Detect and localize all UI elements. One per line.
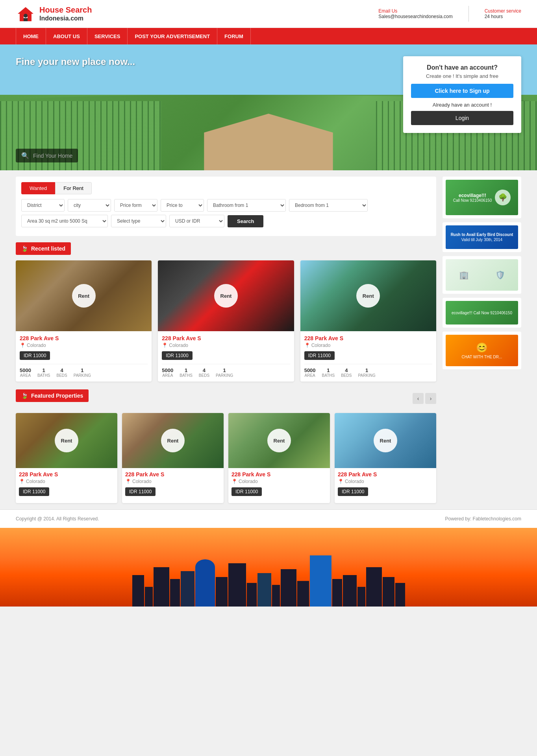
login-button[interactable]: Login — [411, 111, 513, 125]
svg-point-2 — [24, 14, 28, 18]
building — [383, 577, 394, 607]
recent-header: 🍃 Recent listed — [16, 242, 71, 255]
recent-title: Recent listed — [31, 245, 65, 252]
next-arrow[interactable]: › — [425, 393, 436, 404]
card-address: 228 Park Ave S — [231, 471, 327, 478]
hero-house — [188, 107, 349, 170]
card-address: 228 Park Ave S — [162, 335, 290, 341]
price-to-select[interactable]: Price to — [161, 199, 204, 212]
property-card: Rent 228 Park Ave S 📍 Colorado IDR 11000… — [300, 260, 436, 382]
card-image: Rent — [158, 260, 294, 331]
city-select[interactable]: city — [68, 199, 111, 212]
card-location: 📍 Colorado — [162, 343, 290, 348]
featured-card: Rent 228 Park Ave S 📍 Colorado IDR 11000 — [122, 413, 224, 503]
district-select[interactable]: District — [21, 199, 65, 212]
logo-house-search: House Search — [39, 5, 92, 15]
email-label: Email Us — [378, 8, 452, 14]
sidebar-ad-4[interactable]: ecovillage!!! Call Now 9210406150 — [443, 298, 521, 328]
rent-badge: Rent — [72, 284, 96, 308]
stat-beds: 4 BEDS — [57, 367, 67, 378]
featured-card: Rent 228 Park Ave S 📍 Colorado IDR 11000 — [228, 413, 330, 503]
card-image: Rent — [16, 260, 152, 331]
building — [154, 567, 169, 607]
rent-badge: Rent — [356, 284, 380, 308]
header-contact: Email Us Sales@housesearchindonesia.com … — [378, 6, 521, 22]
property-card: Rent 228 Park Ave S 📍 Colorado IDR 11000… — [16, 260, 152, 382]
featured-card-body: 228 Park Ave S 📍 Colorado IDR 11000 — [16, 468, 117, 503]
card-location: 📍 Colorado — [231, 479, 327, 484]
featured-header: 🍃 Featured Properties — [16, 389, 89, 402]
hero-search-bar[interactable]: 🔍 Find Your Home — [16, 149, 78, 162]
card-address: 228 Park Ave S — [338, 471, 433, 478]
prev-arrow[interactable]: ‹ — [413, 393, 424, 404]
nav-services[interactable]: SERVICES — [87, 28, 128, 44]
logo-indonesia: Indonesia.com — [39, 15, 92, 22]
featured-cards: Rent 228 Park Ave S 📍 Colorado IDR 11000 — [16, 413, 436, 503]
currency-select[interactable]: USD or IDR — [169, 215, 224, 227]
account-text: Already have an account ! — [411, 102, 513, 108]
type-select[interactable]: Select type — [111, 215, 166, 227]
sidebar-ad-1[interactable]: ecovillage!!! Call Now 9210406150 🌳 — [443, 177, 521, 218]
card-image: Rent — [300, 260, 436, 331]
building — [257, 573, 271, 607]
hero-house-shape — [188, 107, 349, 170]
building — [181, 571, 194, 607]
tab-for-rent[interactable]: For Rent — [55, 182, 92, 194]
building — [228, 563, 246, 607]
search-row-1: District city Price form Price to Bathro… — [21, 199, 431, 212]
stat-baths: 1 BATHS — [180, 367, 193, 378]
card-stats: 5000 AREA 1 BATHS 4 BEDS — [20, 364, 148, 378]
building — [343, 575, 357, 607]
sidebar-ad-5[interactable]: 😊 CHAT WITH THE DR... — [443, 332, 521, 369]
building — [297, 581, 309, 607]
price-from-select[interactable]: Price form — [114, 199, 157, 212]
card-address: 228 Park Ave S — [304, 335, 432, 341]
stat-area: 5000 AREA — [162, 367, 173, 378]
card-price: IDR 11000 — [162, 351, 192, 360]
pin-icon: 📍 — [162, 343, 168, 348]
ad-image-1: ecovillage!!! Call Now 9210406150 🌳 — [446, 180, 518, 215]
featured-card: Rent 228 Park Ave S 📍 Colorado IDR 11000 — [16, 413, 117, 503]
stat-baths: 1 BATHS — [37, 367, 50, 378]
area-select[interactable]: Area 30 sq m2 unto 5000 Sq — [21, 215, 108, 227]
card-location: 📍 Colorado — [304, 343, 432, 348]
ad-image-5: 😊 CHAT WITH THE DR... — [446, 335, 518, 366]
pin-icon: 📍 — [231, 479, 237, 484]
nav-forum[interactable]: FORUM — [217, 28, 251, 44]
pin-icon: 📍 — [20, 343, 26, 348]
pin-icon: 📍 — [19, 479, 25, 484]
nav-post-ad[interactable]: POST YOUR ADVERTISEMENT — [128, 28, 217, 44]
building — [281, 569, 296, 607]
bathroom-select[interactable]: Bathroom from 1 — [207, 199, 286, 212]
main-content: Wanted For Rent District city Price form… — [16, 177, 436, 503]
building — [310, 555, 331, 607]
building — [145, 587, 153, 607]
customer-label: Customer service — [485, 8, 521, 14]
customer-value: 24 hours — [485, 14, 521, 19]
featured-header-row: 🍃 Featured Properties ‹ › — [16, 389, 436, 408]
tab-wanted[interactable]: Wanted — [21, 182, 55, 194]
bedroom-select[interactable]: Bedroom from 1 — [289, 199, 368, 212]
card-address: 228 Park Ave S — [19, 471, 114, 478]
signup-button[interactable]: Click here to Sign up — [411, 84, 513, 98]
skyline — [0, 528, 537, 607]
search-button[interactable]: Search — [228, 215, 263, 227]
nav-home[interactable]: HOME — [16, 28, 46, 44]
property-card: Rent 228 Park Ave S 📍 Colorado IDR 11000… — [158, 260, 294, 382]
hero-tagline: Fine your new place now... — [16, 56, 135, 67]
nav-about[interactable]: ABOUT US — [46, 28, 87, 44]
featured-card-body: 228 Park Ave S 📍 Colorado IDR 11000 — [228, 468, 330, 503]
search-icon: 🔍 — [21, 152, 29, 159]
stat-baths: 1 BATHS — [322, 367, 335, 378]
customer-contact: Customer service 24 hours — [485, 8, 521, 19]
sidebar: ecovillage!!! Call Now 9210406150 🌳 Rush… — [443, 177, 521, 503]
signup-title: Don't have an account? — [411, 64, 513, 71]
sidebar-ad-2[interactable]: Rush to Avail Early Bird Discount Valid … — [443, 222, 521, 252]
logo-icon — [16, 4, 35, 24]
ad-image-4: ecovillage!!! Call Now 9210406150 — [446, 301, 518, 325]
sidebar-ad-3[interactable]: 🏢 🛡️ — [443, 256, 521, 294]
signup-box: Don't have an account? Create one ! It's… — [403, 56, 521, 133]
stat-beds: 4 BEDS — [341, 367, 352, 378]
featured-card-image: Rent — [122, 413, 224, 468]
main-nav: HOME ABOUT US SERVICES POST YOUR ADVERTI… — [0, 28, 537, 44]
